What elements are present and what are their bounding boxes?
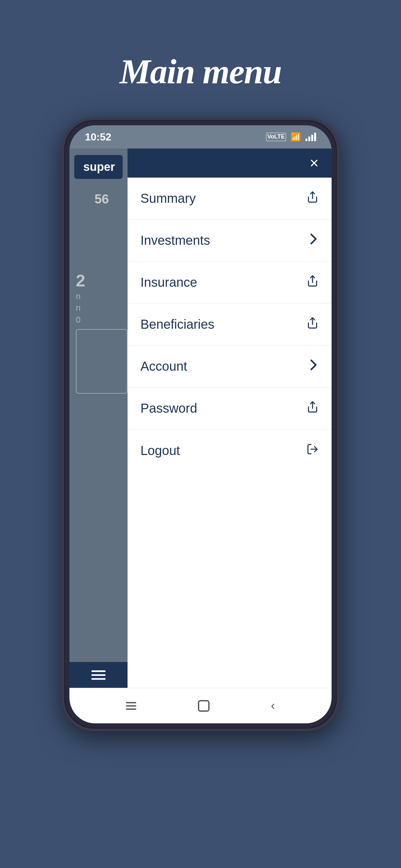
sidebar-bottom-nav[interactable] bbox=[69, 662, 127, 688]
back-button[interactable]: ‹ bbox=[271, 699, 275, 713]
menu-item-account-label: Account bbox=[141, 359, 187, 374]
summary-share-icon bbox=[306, 191, 319, 206]
investments-chevron-icon bbox=[308, 233, 319, 248]
menu-list: Summary Investments bbox=[127, 178, 332, 688]
status-icons: VoLTE 📶 bbox=[266, 132, 316, 142]
sidebar-behind: super 56 2 nn0 bbox=[69, 149, 127, 688]
menu-item-summary-label: Summary bbox=[141, 191, 196, 206]
menu-item-password-label: Password bbox=[141, 401, 197, 415]
phone-border: 10:52 VoLTE 📶 super 56 bbox=[65, 121, 336, 728]
menu-item-beneficiaries[interactable]: Beneficiaries bbox=[127, 304, 332, 345]
menu-overlay: × Summary bbox=[127, 149, 332, 688]
signal-icon bbox=[305, 133, 316, 141]
bg-box bbox=[76, 329, 127, 394]
menu-item-insurance-label: Insurance bbox=[141, 275, 197, 290]
account-chevron-icon bbox=[308, 359, 319, 374]
menu-item-investments[interactable]: Investments bbox=[127, 220, 332, 261]
wifi-icon: 📶 bbox=[290, 132, 301, 142]
menu-item-beneficiaries-label: Beneficiaries bbox=[141, 317, 214, 332]
phone-screen: 10:52 VoLTE 📶 super 56 bbox=[69, 125, 332, 723]
page-title: Main menu bbox=[120, 52, 281, 92]
menu-item-password[interactable]: Password bbox=[127, 388, 332, 430]
sidebar-number: 56 bbox=[88, 192, 109, 206]
menu-header: × bbox=[127, 149, 332, 178]
app-background: super 56 2 nn0 bbox=[69, 149, 332, 688]
logout-icon bbox=[306, 443, 319, 458]
password-share-icon bbox=[306, 401, 319, 416]
menu-item-logout[interactable]: Logout bbox=[127, 430, 332, 471]
insurance-share-icon bbox=[306, 275, 319, 290]
beneficiaries-share-icon bbox=[306, 317, 319, 332]
status-time: 10:52 bbox=[85, 131, 112, 143]
app-logo: super bbox=[74, 155, 123, 179]
phone-bottom-bar: ‹ bbox=[69, 688, 332, 723]
home-button[interactable] bbox=[198, 700, 210, 712]
menu-item-investments-label: Investments bbox=[141, 233, 210, 248]
volte-icon: VoLTE bbox=[266, 133, 286, 141]
menu-item-insurance[interactable]: Insurance bbox=[127, 261, 332, 304]
hamburger-icon[interactable] bbox=[91, 671, 105, 680]
menu-item-summary[interactable]: Summary bbox=[127, 178, 332, 220]
menu-item-account[interactable]: Account bbox=[127, 345, 332, 388]
menu-item-logout-label: Logout bbox=[141, 443, 180, 458]
recents-button[interactable] bbox=[126, 702, 136, 710]
phone-device: 10:52 VoLTE 📶 super 56 bbox=[62, 118, 339, 731]
close-button[interactable]: × bbox=[310, 155, 319, 171]
status-bar: 10:52 VoLTE 📶 bbox=[69, 125, 332, 149]
